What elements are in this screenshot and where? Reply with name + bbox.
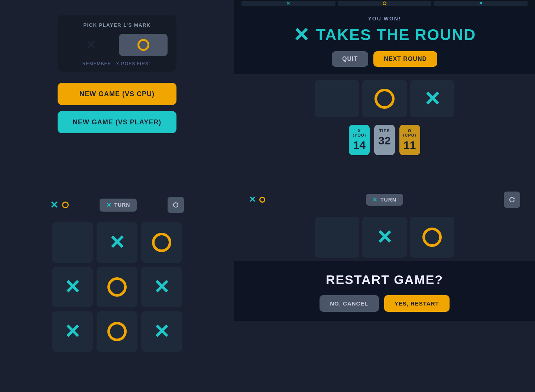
restart-button[interactable] (168, 197, 184, 213)
mark-picker-title: PICK PLAYER 1'S MARK (67, 22, 168, 28)
score-x: X (YOU) 14 (349, 125, 370, 155)
score-ties-label: TIES (376, 128, 393, 133)
mark-picker: PICK PLAYER 1'S MARK ✕ REMEMBER : X GOES… (58, 15, 176, 72)
restart-cell-1 (315, 217, 359, 258)
cell-1[interactable]: ✕ (97, 222, 137, 263)
cell-7[interactable] (97, 311, 137, 352)
win-board-cell-2 (362, 80, 407, 117)
win-title-row: ✕ TAKES THE ROUND (234, 25, 535, 45)
score-o-label: O (CPU) (402, 128, 418, 137)
win-x-icon: ✕ (293, 25, 309, 45)
score-ties-value: 32 (376, 134, 393, 147)
score-o: O (CPU) 11 (399, 125, 420, 155)
xo-indicators: ✕ (50, 199, 69, 211)
restart-o-indicator (259, 197, 265, 203)
restart-turn-badge: ✕ TURN (366, 194, 403, 206)
win-board-cell-1 (315, 80, 359, 117)
confirm-restart-button[interactable]: YES, RESTART (384, 295, 450, 312)
score-ties: TIES 32 (374, 125, 395, 155)
cell-0[interactable] (52, 222, 93, 263)
game-header: ✕ ✕ TURN (50, 197, 184, 213)
cell-6[interactable]: ✕ (52, 311, 93, 352)
win-board-cell-3: ✕ (410, 80, 454, 117)
win-overlay: YOU WON! ✕ TAKES THE ROUND QUIT NEXT ROU… (234, 7, 535, 74)
cell-4[interactable] (97, 267, 137, 307)
x-indicator: ✕ (50, 199, 58, 211)
new-game-player-button[interactable]: NEW GAME (VS PLAYER) (58, 111, 176, 133)
turn-label: TURN (114, 202, 130, 208)
win-actions: QUIT NEXT ROUND (234, 51, 535, 67)
restart-xo-indicators: ✕ (249, 195, 265, 205)
restart-cell-3 (410, 217, 454, 258)
mark-x-button[interactable]: ✕ (67, 34, 115, 56)
win-board-cells: ✕ (234, 74, 535, 121)
game-board: ✕ ✕ ✕ ✕ ✕ (52, 222, 182, 352)
mark-options: ✕ (67, 34, 168, 56)
restart-turn-x: ✕ (373, 197, 377, 203)
cell-3[interactable]: ✕ (52, 267, 93, 307)
cancel-restart-button[interactable]: NO, CANCEL (320, 295, 379, 312)
score-x-value: 14 (351, 139, 367, 151)
cell-5[interactable]: ✕ (141, 267, 182, 307)
score-o-value: 11 (402, 139, 418, 151)
restart-title: RESTART GAME? (234, 272, 535, 287)
restart-icon-2 (508, 196, 516, 203)
cell-2[interactable] (141, 222, 182, 263)
cell-8[interactable]: ✕ (141, 311, 182, 352)
turn-x-icon: ✕ (106, 202, 111, 209)
score-row: X (YOU) 14 TIES 32 O (CPU) 11 (341, 121, 427, 161)
restart-game-header: ✕ ✕ TURN (234, 186, 535, 211)
restart-x-indicator: ✕ (249, 195, 256, 205)
score-x-label: X (YOU) (351, 128, 367, 137)
setup-panel: PICK PLAYER 1'S MARK ✕ REMEMBER : X GOES… (0, 0, 234, 186)
new-game-cpu-button[interactable]: NEW GAME (VS CPU) (58, 83, 176, 105)
restart-cell-2: ✕ (362, 217, 407, 258)
restart-overlay: RESTART GAME? NO, CANCEL YES, RESTART (234, 261, 535, 321)
restart-board-preview: ✕ (234, 211, 535, 261)
turn-badge: ✕ TURN (100, 199, 137, 212)
restart-turn-label: TURN (380, 197, 396, 203)
mark-reminder: REMEMBER : X GOES FIRST (67, 61, 168, 66)
restart-btn-icon[interactable] (504, 192, 520, 208)
mark-o-button[interactable] (119, 34, 168, 56)
restart-icon (172, 201, 179, 209)
game-panel: ✕ ✕ TURN ✕ ✕ (0, 186, 234, 392)
restart-actions: NO, CANCEL YES, RESTART (234, 295, 535, 312)
quit-button[interactable]: QUIT (332, 51, 368, 67)
restart-panel: ✕ ✕ TURN ✕ RESTART GA (234, 186, 535, 392)
next-round-button[interactable]: NEXT ROUND (373, 51, 437, 67)
win-title-text: TAKES THE ROUND (316, 26, 476, 44)
board-top-strip: ✕ ✕ (234, 0, 535, 7)
win-panel: ✕ ✕ YOU WON! ✕ TAKES THE ROUND QUIT NEXT… (234, 0, 535, 186)
you-won-label: YOU WON! (234, 16, 535, 22)
